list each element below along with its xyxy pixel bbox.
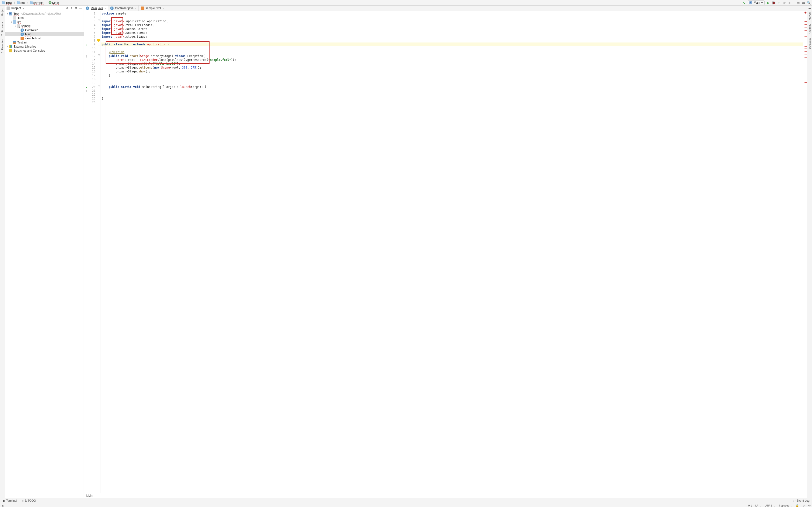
close-icon[interactable]: × [135,7,137,10]
chevron-down-icon[interactable] [22,8,24,9]
c-icon: C [86,6,89,10]
intention-bulb-icon[interactable] [97,38,101,42]
tree-node-src[interactable]: ▾src [5,20,84,24]
error-mark[interactable] [805,31,807,31]
editor-tab-controller-java[interactable]: CController.java× [108,6,139,11]
tree-arrow-icon[interactable]: ▾ [14,25,17,27]
locate-icon[interactable]: ✥ [66,6,68,10]
crumb-sample[interactable]: sample [29,1,44,5]
minimize-icon[interactable]: — [79,6,82,10]
tree-label: External Libraries [13,45,36,48]
fold-icon[interactable]: − [98,43,100,45]
stop-icon[interactable]: ■ [788,1,791,4]
tree-arrow-icon[interactable]: ▸ [6,45,9,48]
crumb-main[interactable]: CMain [48,1,59,5]
side-tab-maven[interactable]: Maven [808,11,812,21]
coverage-icon[interactable]: ⬆ [777,1,780,4]
error-mark[interactable] [805,57,807,58]
editor-tab-main-java[interactable]: CMain.java× [84,6,108,11]
search-icon[interactable]: 🔍 [807,1,811,4]
error-mark[interactable] [805,51,807,52]
tree-arrow-icon[interactable]: ▸ [10,17,13,19]
crumb-label: Main [52,1,59,5]
fold-icon[interactable]: − [98,19,100,22]
layout-icon[interactable]: ▭ [802,1,805,4]
error-mark[interactable] [805,37,807,37]
tab-label: Controller.java [115,6,134,10]
bottom-tab-todo[interactable]: ≡6: TODO [19,499,39,502]
tree-node-samplefxml[interactable]: sample.fxml [5,36,84,40]
run-config-label: Main [754,1,760,4]
profile-icon[interactable]: ⟳ [782,1,786,4]
editor-area: CMain.java×CController.java×sample.fxml×… [84,6,807,498]
crumb-label: src [20,1,24,5]
tree-node-main[interactable]: CMain [5,32,84,36]
crumb-test[interactable]: Test [1,1,12,5]
line-separator[interactable]: LF ⌄ [755,504,761,507]
error-mark[interactable] [805,21,807,22]
gutter-line-numbers: 123456789▶101112@1314151617181920▶21}222… [84,11,97,493]
project-structure-icon[interactable]: ▦ [797,1,800,4]
error-mark[interactable] [805,24,807,25]
maven-m-icon[interactable]: m [808,6,811,10]
file-encoding[interactable]: UTF-8 ⌄ [765,504,775,507]
folder-icon [30,1,33,4]
project-tool-window: Project ✥ ⇟ ⚙ — ▾Test~/Downloads/JavaPro… [5,6,84,498]
tree-node-test[interactable]: ▾Test~/Downloads/JavaProjects/Test [5,12,84,16]
tree-node-testiml[interactable]: Test.iml [5,40,84,44]
code-area[interactable]: package sample; import javafx.applicatio… [101,11,804,493]
tree-node-scratchesandconsoles[interactable]: Scratches and Consoles [5,49,84,53]
tree-label: sample.fxml [25,37,41,40]
side-tab-project[interactable]: 1: Project [0,6,4,19]
breadcrumbs-bar[interactable]: Main [84,493,807,498]
settings-icon[interactable]: ⚙ [75,6,77,10]
fold-icon[interactable]: − [98,54,100,57]
side-tab-structure[interactable]: 7: Structure [0,21,4,37]
pkg-icon [17,24,20,28]
editor[interactable]: 123456789▶101112@1314151617181920▶21}222… [84,11,807,493]
run-icon[interactable]: ▶ [767,1,770,4]
tree-arrow-icon[interactable]: ▾ [10,21,13,23]
status-icon[interactable]: ▣ [1,504,4,507]
lock-icon[interactable]: 🔓 [796,504,799,507]
tree-arrow-icon[interactable]: ▾ [6,12,9,15]
close-icon[interactable]: × [162,7,164,10]
build-icon[interactable]: ↘ [743,1,746,4]
tree-label: sample [21,24,31,28]
chevron-down-icon [761,2,763,3]
processes-icon[interactable]: ⟳ [808,504,811,507]
tree-label: .idea [17,16,24,19]
project-tree[interactable]: ▾Test~/Downloads/JavaProjects/Test▸.idea… [5,11,84,498]
bottom-tab-terminal[interactable]: ▣Terminal [0,499,19,502]
editor-tab-sample-fxml[interactable]: sample.fxml× [139,6,166,11]
fold-icon[interactable]: − [98,85,100,88]
side-tab-database[interactable]: Database [808,37,812,50]
debug-icon[interactable]: 🐞 [772,1,775,4]
error-stripe[interactable] [804,11,807,493]
error-mark[interactable] [805,49,807,49]
tree-node-idea[interactable]: ▸.idea [5,16,84,20]
gutter-mark: @ [86,54,87,58]
side-tab-favorites[interactable]: 2: Favorites [0,38,4,54]
collapse-icon[interactable]: ⇟ [70,6,73,10]
error-mark[interactable] [805,82,807,83]
inspector-icon[interactable]: ☺ [802,504,805,507]
tree-node-sample[interactable]: ▾sample [5,24,84,28]
close-icon[interactable]: × [104,7,106,10]
error-summary-icon[interactable] [805,12,806,13]
indent[interactable]: 4 spaces ⌄ [779,504,792,507]
cursor-position[interactable]: 9:1 [748,504,752,507]
gutter-fold[interactable]: −−−− [97,11,101,493]
error-mark[interactable] [805,46,807,47]
error-mark[interactable] [805,55,807,55]
run-config-selector[interactable]: Main [748,0,765,5]
tree-node-controller[interactable]: CController [5,28,84,32]
side-tab-antbuild[interactable]: Ant Build [808,23,812,35]
error-mark[interactable] [805,27,807,28]
bottom-tab-eventlog[interactable]: ◌Event Log [791,499,812,502]
project-title[interactable]: Project [11,6,21,10]
fld-icon [13,16,16,19]
crumb-src[interactable]: src [16,1,25,5]
gutter-mark: } [86,89,87,93]
tree-node-externallibraries[interactable]: ▸External Libraries [5,44,84,49]
